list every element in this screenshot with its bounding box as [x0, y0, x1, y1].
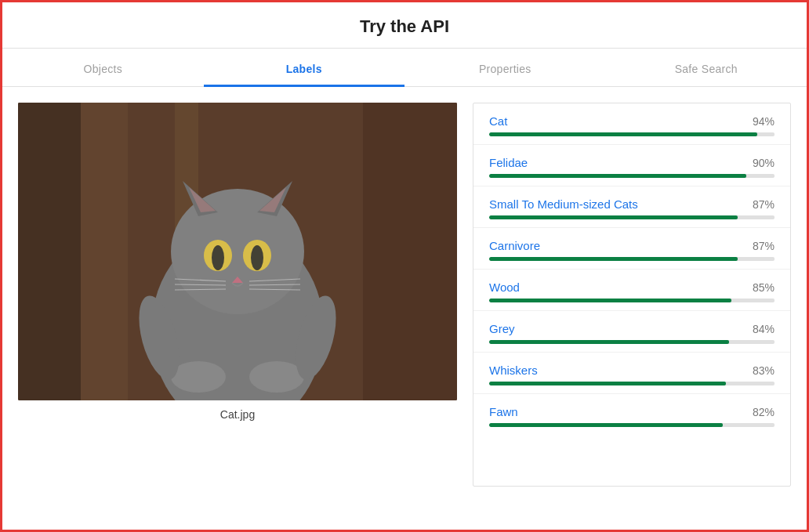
label-name: Wood	[489, 280, 520, 294]
cat-image	[18, 103, 457, 400]
label-bar-fill	[489, 382, 726, 385]
tab-objects[interactable]: Objects	[2, 49, 204, 86]
label-bar-bg	[489, 340, 775, 344]
label-bar-fill	[489, 299, 731, 302]
tab-labels[interactable]: Labels	[204, 49, 405, 86]
label-percent: 83%	[753, 364, 775, 377]
label-percent: 90%	[753, 157, 775, 169]
label-name: Felidae	[489, 156, 528, 169]
label-bar-fill	[489, 257, 738, 261]
label-bar-bg	[489, 215, 775, 219]
label-item: Grey 84%	[473, 311, 790, 353]
label-percent: 87%	[753, 240, 775, 252]
label-item: Felidae 90%	[473, 145, 790, 186]
label-bar-bg	[489, 132, 775, 136]
label-item: Fawn 82%	[473, 394, 790, 435]
label-bar-fill	[489, 132, 757, 136]
page-title: Try the API	[2, 2, 807, 49]
svg-point-22	[171, 361, 226, 393]
label-item: Wood 85%	[473, 270, 790, 311]
svg-point-23	[249, 361, 304, 393]
label-name: Grey	[489, 322, 515, 335]
label-bar-fill	[489, 174, 746, 178]
image-filename: Cat.jpg	[220, 408, 255, 421]
tab-bar: Objects Labels Properties Safe Search	[2, 49, 807, 87]
label-bar-fill	[489, 215, 738, 219]
label-bar-fill	[489, 423, 723, 427]
label-bar-bg	[489, 382, 775, 385]
labels-panel[interactable]: Cat 94% Felidae 90% Small To Medium-size…	[473, 103, 791, 487]
label-bar-bg	[489, 174, 775, 178]
label-percent: 85%	[753, 281, 775, 294]
svg-rect-3	[363, 103, 457, 400]
label-name: Carnivore	[489, 239, 540, 252]
label-item: Carnivore 87%	[473, 228, 790, 270]
label-percent: 84%	[753, 323, 775, 335]
tab-properties[interactable]: Properties	[404, 49, 606, 86]
label-bar-bg	[489, 299, 775, 302]
label-bar-bg	[489, 423, 775, 427]
label-percent: 94%	[753, 115, 775, 128]
label-item: Small To Medium-sized Cats 87%	[473, 186, 790, 228]
label-bar-bg	[489, 257, 775, 261]
label-percent: 82%	[753, 406, 775, 418]
label-percent: 87%	[753, 198, 775, 211]
svg-rect-1	[18, 103, 81, 400]
image-section: Cat.jpg	[18, 103, 457, 421]
svg-point-14	[251, 245, 263, 270]
label-name: Small To Medium-sized Cats	[489, 197, 638, 211]
label-item: Cat 94%	[473, 103, 790, 145]
tab-safe-search[interactable]: Safe Search	[606, 49, 807, 86]
svg-rect-2	[81, 103, 128, 400]
content-area: Cat.jpg Cat 94% Felidae 90% Small To Med…	[2, 87, 807, 502]
label-bar-fill	[489, 340, 729, 344]
svg-point-13	[212, 245, 224, 270]
svg-point-6	[171, 189, 304, 314]
label-name: Cat	[489, 114, 507, 128]
label-name: Whiskers	[489, 364, 538, 377]
label-item: Whiskers 83%	[473, 353, 790, 394]
label-name: Fawn	[489, 405, 518, 418]
